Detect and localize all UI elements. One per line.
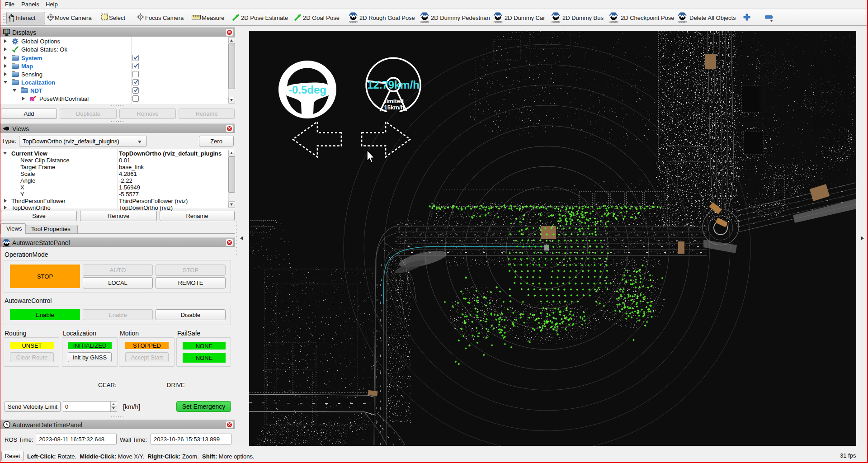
svg-text:limited: limited [385,98,404,104]
svg-text:Autoware: Autoware [609,21,618,23]
svg-text:-0.5deg: -0.5deg [288,84,326,96]
svg-text:Autoware: Autoware [678,21,687,23]
svg-text:Autoware: Autoware [552,21,561,23]
svg-text:12.79km/h: 12.79km/h [367,79,420,91]
svg-text:Autoware: Autoware [3,246,10,247]
svg-text:Autoware: Autoware [420,21,429,23]
svg-text:Autoware: Autoware [494,21,503,23]
svg-text:15km/h: 15km/h [384,104,405,111]
svg-text:Autoware: Autoware [349,21,358,23]
